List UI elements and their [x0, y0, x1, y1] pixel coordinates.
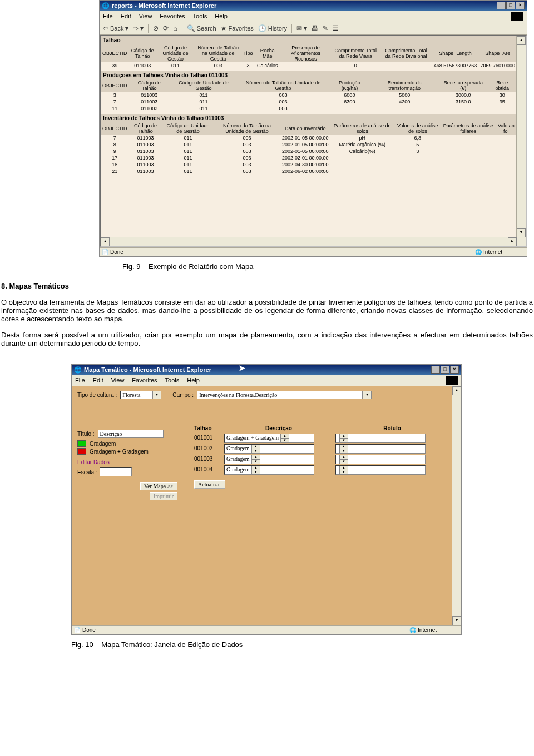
chevron-down-icon[interactable]: ▾	[152, 391, 161, 399]
stop-button[interactable]: ⊘	[153, 24, 159, 32]
legend-item: Gradagem + Gradagem	[77, 448, 177, 455]
table-header-row: OBJECTIDCódigo de Talhão Código de Unida…	[101, 44, 517, 62]
table-row: 11011003011003	[101, 105, 517, 112]
mail-icon: ✉	[296, 24, 302, 32]
table-header-row: OBJECTIDCódigo de Talhão Código de Unida…	[101, 122, 517, 135]
table-row: 90110030110032002-01-05 00:00:00Calcário…	[101, 148, 517, 155]
legend-label: Gradagem	[90, 441, 116, 447]
globe-icon: 🌐	[475, 249, 482, 255]
menu-help[interactable]: Help	[215, 13, 228, 19]
maximize-button[interactable]: □	[441, 366, 449, 374]
rotulo-input[interactable]: ▴▾	[335, 455, 426, 464]
minimize-button[interactable]: _	[497, 2, 506, 9]
discuss-button[interactable]: ☰	[333, 24, 339, 32]
descricao-input[interactable]: Gradagem▴▾	[224, 465, 314, 475]
table-header-row: OBJECTIDCódigo de Talhão Código de Unida…	[101, 79, 517, 92]
refresh-button[interactable]: ⟳	[163, 24, 169, 32]
tipo-cultura-select[interactable]: Floresta ▾	[120, 391, 161, 399]
escala-label: Escala :	[77, 469, 97, 475]
menu-view[interactable]: View	[111, 377, 125, 384]
rotulo-input[interactable]: ▴▾	[335, 444, 426, 454]
editar-dados-link[interactable]: Editar Dados	[77, 459, 177, 465]
window-titlebar: 🌐 Mapa Temático - Microsoft Internet Exp…	[72, 365, 461, 375]
left-panel: Título : Descrição Gradagem Gradagem + G…	[77, 430, 177, 500]
menu-favorites[interactable]: Favorites	[132, 377, 157, 384]
fig10-caption: Fig. 10 – Mapa Temático: Janela de Ediçã…	[71, 640, 534, 649]
history-icon: 🕓	[258, 24, 266, 32]
vertical-scrollbar[interactable]: ▴ ▾	[452, 386, 461, 625]
vertical-scrollbar[interactable]: ▴ ▾	[516, 36, 526, 237]
history-button[interactable]: 🕓History	[258, 24, 287, 32]
section1-title: Talhão	[101, 36, 517, 44]
search-button[interactable]: 🔍Search	[187, 24, 216, 32]
menu-edit[interactable]: Edit	[121, 13, 131, 19]
talhao-cell: 001003	[194, 455, 222, 462]
close-button[interactable]: ×	[516, 2, 525, 9]
section3-title: Inventário de Talhões Vinha do Talhão 01…	[101, 114, 517, 122]
descricao-input[interactable]: Gradagem + Gradagem▴▾	[224, 434, 314, 443]
producoes-table: OBJECTIDCódigo de Talhão Código de Unida…	[101, 79, 517, 112]
menu-view[interactable]: View	[139, 13, 152, 19]
home-icon: ⌂	[173, 24, 177, 32]
search-icon: 🔍	[187, 24, 195, 32]
talhao-cell: 001001	[194, 434, 222, 441]
forward-button[interactable]: ⇨▾	[133, 24, 144, 32]
table-row: 39011003 011003 3Calcários 0 468.5156730…	[101, 62, 517, 69]
imprimir-button[interactable]: Imprimir	[150, 492, 177, 500]
menu-bar: File Edit View Favorites Tools Help	[100, 11, 527, 22]
paragraph-2: Desta forma será possível a um utilizado…	[1, 331, 533, 347]
close-button[interactable]: ×	[450, 366, 459, 374]
report-content: Talhão OBJECTIDCódigo de Talhão Código d…	[100, 35, 527, 247]
favorites-button[interactable]: ★Favorites	[221, 24, 254, 32]
rotulo-input[interactable]: ▴▾	[335, 465, 426, 475]
scroll-up-button[interactable]: ▴	[517, 36, 526, 45]
status-bar: 📄 Done 🌐 Internet	[72, 625, 461, 634]
chevron-down-icon[interactable]: ▾	[363, 391, 372, 399]
table-row: 230110030110032002-06-02 00:00:00	[101, 168, 517, 175]
actualizar-button[interactable]: Actualizar	[194, 480, 225, 489]
scroll-down-button[interactable]: ▾	[452, 616, 461, 625]
section2-title: Produções em Talhões Vinha do Talhão 011…	[101, 71, 517, 79]
status-text: Done	[110, 249, 123, 255]
escala-input[interactable]	[100, 467, 132, 476]
menu-edit[interactable]: Edit	[93, 377, 103, 384]
rotulo-input[interactable]: ▴▾	[335, 434, 426, 443]
refresh-icon: ⟳	[163, 24, 169, 32]
maximize-button[interactable]: □	[506, 2, 515, 9]
menu-file[interactable]: File	[75, 377, 85, 384]
descricao-input[interactable]: Gradagem▴▾	[224, 455, 314, 464]
talhao-table: OBJECTIDCódigo de Talhão Código de Unida…	[101, 44, 517, 69]
menu-file[interactable]: File	[103, 13, 113, 19]
legend-swatch-green	[77, 440, 86, 447]
mail-button[interactable]: ✉▾	[296, 24, 307, 32]
titulo-input[interactable]: Descrição	[98, 430, 164, 438]
print-icon: 🖶	[312, 24, 318, 32]
back-button[interactable]: ⇦Back▾	[103, 24, 128, 32]
edit-icon: ✎	[323, 24, 328, 32]
home-button[interactable]: ⌂	[173, 24, 177, 32]
scroll-right-button[interactable]: ▸	[508, 237, 517, 246]
ie-brand-icon	[446, 376, 458, 385]
menu-help[interactable]: Help	[187, 377, 200, 384]
campo-select[interactable]: Intervenções na Floresta.Descrição ▾	[197, 391, 372, 399]
menu-tools[interactable]: Tools	[165, 377, 180, 384]
scroll-down-button[interactable]: ▾	[517, 228, 526, 237]
menu-favorites[interactable]: Favorites	[160, 13, 185, 19]
window-controls: _ □ ×	[431, 366, 459, 374]
paragraph-1: O objectivo da ferramenta de Mapas Temát…	[1, 298, 533, 323]
menu-tools[interactable]: Tools	[193, 13, 207, 19]
fig10-window: 🌐 Mapa Temático - Microsoft Internet Exp…	[71, 364, 462, 635]
descricao-input[interactable]: Gradagem▴▾	[224, 444, 314, 454]
star-icon: ★	[221, 24, 227, 32]
scroll-up-button[interactable]: ▴	[452, 386, 461, 395]
grid-row: 001001 Gradagem + Gradagem▴▾ ▴▾	[194, 434, 449, 443]
horizontal-scrollbar[interactable]: ◂ ▸	[101, 237, 526, 246]
section-heading: 8. Mapas Temáticos	[1, 282, 533, 290]
legend-swatch-red	[77, 448, 86, 455]
ver-mapa-button[interactable]: Ver Mapa >>	[140, 482, 177, 490]
minimize-button[interactable]: _	[431, 366, 440, 374]
inventario-table: OBJECTIDCódigo de Talhão Código de Unida…	[101, 122, 517, 175]
print-button[interactable]: 🖶	[312, 24, 318, 32]
edit-button[interactable]: ✎	[323, 24, 328, 32]
scroll-left-button[interactable]: ◂	[101, 237, 110, 246]
